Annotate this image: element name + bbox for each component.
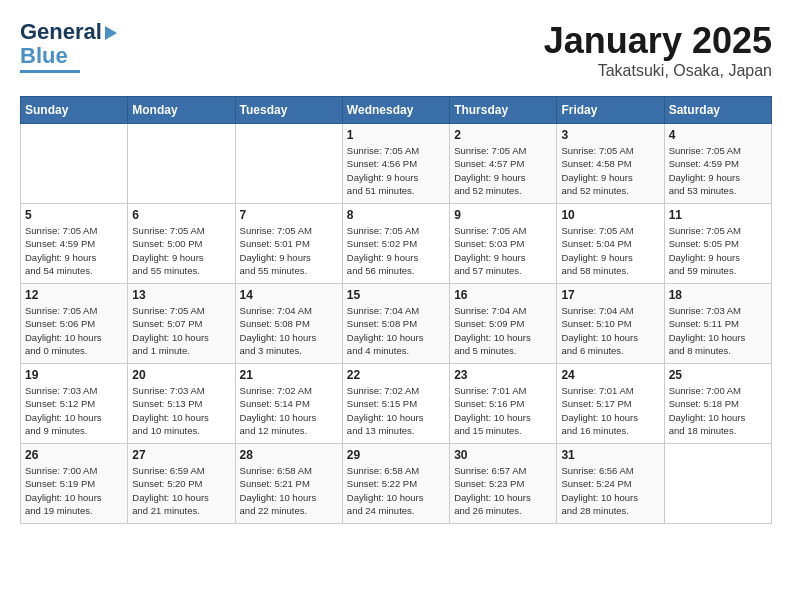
calendar-cell (235, 124, 342, 204)
calendar-cell: 31Sunrise: 6:56 AM Sunset: 5:24 PM Dayli… (557, 444, 664, 524)
calendar-cell: 19Sunrise: 7:03 AM Sunset: 5:12 PM Dayli… (21, 364, 128, 444)
day-info: Sunrise: 7:04 AM Sunset: 5:09 PM Dayligh… (454, 304, 552, 357)
day-info: Sunrise: 6:57 AM Sunset: 5:23 PM Dayligh… (454, 464, 552, 517)
calendar-cell (21, 124, 128, 204)
day-info: Sunrise: 7:05 AM Sunset: 4:58 PM Dayligh… (561, 144, 659, 197)
day-number: 15 (347, 288, 445, 302)
calendar-cell: 26Sunrise: 7:00 AM Sunset: 5:19 PM Dayli… (21, 444, 128, 524)
calendar-cell: 20Sunrise: 7:03 AM Sunset: 5:13 PM Dayli… (128, 364, 235, 444)
weekday-header: Wednesday (342, 97, 449, 124)
calendar-cell: 21Sunrise: 7:02 AM Sunset: 5:14 PM Dayli… (235, 364, 342, 444)
calendar-cell (128, 124, 235, 204)
day-info: Sunrise: 7:00 AM Sunset: 5:18 PM Dayligh… (669, 384, 767, 437)
calendar-cell: 7Sunrise: 7:05 AM Sunset: 5:01 PM Daylig… (235, 204, 342, 284)
calendar-cell: 2Sunrise: 7:05 AM Sunset: 4:57 PM Daylig… (450, 124, 557, 204)
day-number: 20 (132, 368, 230, 382)
day-number: 2 (454, 128, 552, 142)
day-info: Sunrise: 7:05 AM Sunset: 5:00 PM Dayligh… (132, 224, 230, 277)
day-info: Sunrise: 6:58 AM Sunset: 5:21 PM Dayligh… (240, 464, 338, 517)
day-number: 7 (240, 208, 338, 222)
day-number: 10 (561, 208, 659, 222)
weekday-header: Tuesday (235, 97, 342, 124)
day-info: Sunrise: 7:05 AM Sunset: 5:07 PM Dayligh… (132, 304, 230, 357)
day-info: Sunrise: 7:01 AM Sunset: 5:16 PM Dayligh… (454, 384, 552, 437)
logo-text-blue: Blue (20, 44, 68, 68)
day-info: Sunrise: 7:05 AM Sunset: 5:03 PM Dayligh… (454, 224, 552, 277)
day-info: Sunrise: 7:05 AM Sunset: 5:04 PM Dayligh… (561, 224, 659, 277)
calendar-cell: 24Sunrise: 7:01 AM Sunset: 5:17 PM Dayli… (557, 364, 664, 444)
day-number: 23 (454, 368, 552, 382)
day-number: 25 (669, 368, 767, 382)
day-number: 14 (240, 288, 338, 302)
calendar-cell: 12Sunrise: 7:05 AM Sunset: 5:06 PM Dayli… (21, 284, 128, 364)
calendar-cell: 3Sunrise: 7:05 AM Sunset: 4:58 PM Daylig… (557, 124, 664, 204)
day-info: Sunrise: 7:05 AM Sunset: 5:02 PM Dayligh… (347, 224, 445, 277)
calendar-table: SundayMondayTuesdayWednesdayThursdayFrid… (20, 96, 772, 524)
weekday-header: Monday (128, 97, 235, 124)
calendar-cell: 13Sunrise: 7:05 AM Sunset: 5:07 PM Dayli… (128, 284, 235, 364)
day-number: 1 (347, 128, 445, 142)
calendar-cell: 22Sunrise: 7:02 AM Sunset: 5:15 PM Dayli… (342, 364, 449, 444)
day-number: 8 (347, 208, 445, 222)
calendar-cell: 28Sunrise: 6:58 AM Sunset: 5:21 PM Dayli… (235, 444, 342, 524)
logo: General Blue (20, 20, 117, 73)
calendar-cell: 15Sunrise: 7:04 AM Sunset: 5:08 PM Dayli… (342, 284, 449, 364)
calendar-cell: 10Sunrise: 7:05 AM Sunset: 5:04 PM Dayli… (557, 204, 664, 284)
day-number: 29 (347, 448, 445, 462)
title-block: January 2025 Takatsuki, Osaka, Japan (544, 20, 772, 80)
calendar-cell (664, 444, 771, 524)
day-number: 6 (132, 208, 230, 222)
logo-text-general: General (20, 19, 102, 44)
day-info: Sunrise: 7:05 AM Sunset: 5:06 PM Dayligh… (25, 304, 123, 357)
calendar-cell: 4Sunrise: 7:05 AM Sunset: 4:59 PM Daylig… (664, 124, 771, 204)
calendar-cell: 1Sunrise: 7:05 AM Sunset: 4:56 PM Daylig… (342, 124, 449, 204)
calendar-cell: 27Sunrise: 6:59 AM Sunset: 5:20 PM Dayli… (128, 444, 235, 524)
logo-arrow-icon (105, 26, 117, 40)
day-info: Sunrise: 7:04 AM Sunset: 5:08 PM Dayligh… (240, 304, 338, 357)
day-info: Sunrise: 6:58 AM Sunset: 5:22 PM Dayligh… (347, 464, 445, 517)
calendar-cell: 8Sunrise: 7:05 AM Sunset: 5:02 PM Daylig… (342, 204, 449, 284)
day-info: Sunrise: 6:59 AM Sunset: 5:20 PM Dayligh… (132, 464, 230, 517)
day-info: Sunrise: 7:03 AM Sunset: 5:13 PM Dayligh… (132, 384, 230, 437)
weekday-header: Saturday (664, 97, 771, 124)
day-number: 13 (132, 288, 230, 302)
day-info: Sunrise: 6:56 AM Sunset: 5:24 PM Dayligh… (561, 464, 659, 517)
day-number: 21 (240, 368, 338, 382)
weekday-header: Thursday (450, 97, 557, 124)
day-info: Sunrise: 7:05 AM Sunset: 5:01 PM Dayligh… (240, 224, 338, 277)
day-info: Sunrise: 7:03 AM Sunset: 5:12 PM Dayligh… (25, 384, 123, 437)
day-number: 26 (25, 448, 123, 462)
day-info: Sunrise: 7:05 AM Sunset: 5:05 PM Dayligh… (669, 224, 767, 277)
day-number: 12 (25, 288, 123, 302)
weekday-header: Sunday (21, 97, 128, 124)
day-number: 9 (454, 208, 552, 222)
logo-underline (20, 70, 80, 73)
calendar-cell: 9Sunrise: 7:05 AM Sunset: 5:03 PM Daylig… (450, 204, 557, 284)
day-number: 18 (669, 288, 767, 302)
day-info: Sunrise: 7:05 AM Sunset: 4:59 PM Dayligh… (669, 144, 767, 197)
day-info: Sunrise: 7:01 AM Sunset: 5:17 PM Dayligh… (561, 384, 659, 437)
day-number: 28 (240, 448, 338, 462)
day-info: Sunrise: 7:02 AM Sunset: 5:14 PM Dayligh… (240, 384, 338, 437)
day-number: 31 (561, 448, 659, 462)
day-info: Sunrise: 7:00 AM Sunset: 5:19 PM Dayligh… (25, 464, 123, 517)
day-number: 3 (561, 128, 659, 142)
day-info: Sunrise: 7:05 AM Sunset: 4:59 PM Dayligh… (25, 224, 123, 277)
day-number: 24 (561, 368, 659, 382)
calendar-cell: 11Sunrise: 7:05 AM Sunset: 5:05 PM Dayli… (664, 204, 771, 284)
calendar-cell: 25Sunrise: 7:00 AM Sunset: 5:18 PM Dayli… (664, 364, 771, 444)
weekday-header: Friday (557, 97, 664, 124)
calendar-cell: 30Sunrise: 6:57 AM Sunset: 5:23 PM Dayli… (450, 444, 557, 524)
day-number: 27 (132, 448, 230, 462)
day-info: Sunrise: 7:04 AM Sunset: 5:08 PM Dayligh… (347, 304, 445, 357)
calendar-subtitle: Takatsuki, Osaka, Japan (544, 62, 772, 80)
day-number: 11 (669, 208, 767, 222)
day-info: Sunrise: 7:05 AM Sunset: 4:56 PM Dayligh… (347, 144, 445, 197)
calendar-cell: 5Sunrise: 7:05 AM Sunset: 4:59 PM Daylig… (21, 204, 128, 284)
calendar-cell: 14Sunrise: 7:04 AM Sunset: 5:08 PM Dayli… (235, 284, 342, 364)
page-header: General Blue January 2025 Takatsuki, Osa… (20, 20, 772, 80)
day-info: Sunrise: 7:02 AM Sunset: 5:15 PM Dayligh… (347, 384, 445, 437)
calendar-cell: 17Sunrise: 7:04 AM Sunset: 5:10 PM Dayli… (557, 284, 664, 364)
day-number: 30 (454, 448, 552, 462)
day-number: 19 (25, 368, 123, 382)
